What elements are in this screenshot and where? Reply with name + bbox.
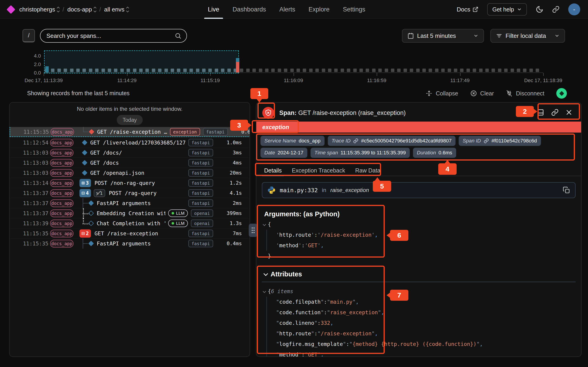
- link-icon: [551, 109, 559, 116]
- filter-dropdown[interactable]: Filter local data: [490, 29, 565, 43]
- row-right: fastapi4.1s: [188, 189, 242, 197]
- today-pill[interactable]: Today: [117, 115, 143, 125]
- trace-row[interactable]: 11:13:37docs_appFastAPI argumentsfastapi…: [10, 198, 250, 208]
- trace-row[interactable]: 11:13:03docs_appGET /docs/fastapi3ms: [10, 148, 250, 158]
- theme-toggle-button[interactable]: [536, 6, 544, 13]
- row-duration: 1.0ms: [216, 140, 242, 145]
- baseline-tick: [322, 69, 325, 72]
- chevron-down-icon[interactable]: [263, 290, 266, 293]
- x-axis-tickmark: [543, 73, 544, 76]
- trace-row[interactable]: 11:13:03docs_appGET /openapi.jsonfastapi…: [10, 168, 250, 178]
- child-count-badge[interactable]: ⊟2: [79, 229, 91, 238]
- tree-connector: [80, 127, 90, 137]
- docs-link[interactable]: Docs: [457, 6, 478, 13]
- tag-badge: fastapi: [188, 179, 213, 187]
- org-selector[interactable]: christophergs: [19, 6, 59, 13]
- baseline-tick: [315, 69, 319, 72]
- baseline-tick: [284, 69, 287, 72]
- nav-tab-alerts[interactable]: Alerts: [279, 0, 295, 19]
- env-selector[interactable]: all envs: [104, 6, 129, 13]
- baseline-tick: [328, 69, 331, 72]
- copy-span-link-button[interactable]: [551, 109, 559, 116]
- collapse-button[interactable]: Collapse: [426, 90, 458, 97]
- project-selector[interactable]: docs-app: [67, 6, 96, 13]
- get-help-button[interactable]: Get help: [487, 3, 527, 16]
- meta-value: #c5ec5005042796e91d5db42ca9fd9807: [361, 138, 451, 144]
- share-link-button[interactable]: [552, 6, 560, 13]
- tag-badge: fastapi: [188, 169, 213, 177]
- baseline-tick: [309, 69, 313, 72]
- attributes-code: { 6 items"code.filepath": "main.py","cod…: [263, 286, 576, 357]
- chart-bar[interactable]: [236, 58, 239, 73]
- disconnect-button[interactable]: Disconnect: [506, 90, 544, 97]
- trace-row[interactable]: 11:15:35docs_app⊟2GET /raise-exceptionfa…: [10, 228, 250, 238]
- x-axis-tick: Dec 17, 11:18:39: [524, 77, 562, 83]
- meta-pill-span-id[interactable]: Span ID#f0110e542c798c6d: [459, 136, 541, 146]
- service-badge: docs_app: [50, 209, 73, 217]
- clear-icon: [470, 90, 477, 97]
- clear-button[interactable]: Clear: [470, 90, 494, 97]
- time-range-dropdown[interactable]: Last 5 minutes: [402, 29, 484, 43]
- detail-tab-details[interactable]: Details: [264, 165, 282, 176]
- nav-tab-live[interactable]: Live: [208, 0, 219, 19]
- chart-bar[interactable]: [45, 66, 49, 73]
- top-nav: christophergs / docs-app / all envs Live…: [0, 0, 588, 19]
- span-diamond-icon: [82, 150, 87, 155]
- trace-row[interactable]: 11:13:37docs_app⊟4✎1POST /rag-queryfasta…: [10, 188, 250, 198]
- child-count-badge[interactable]: ⊞3: [79, 179, 91, 187]
- row-time: 11:13:03: [23, 170, 50, 176]
- panel-layout-icon: [537, 109, 544, 116]
- trace-row[interactable]: 11:15:35docs_appGET /raise-exception …ex…: [10, 127, 250, 137]
- baseline-tick: [429, 69, 432, 72]
- row-time: 11:13:03: [23, 150, 50, 156]
- avatar[interactable]: -: [568, 3, 580, 15]
- grip-dots-icon: [251, 226, 255, 234]
- row-time: 11:15:35: [23, 231, 50, 236]
- panel-resize-handle[interactable]: [249, 224, 258, 237]
- copy-code-location-button[interactable]: [563, 186, 570, 194]
- search-input[interactable]: [46, 32, 174, 40]
- chart-selection[interactable]: [44, 50, 239, 73]
- service-badge: docs_app: [50, 149, 73, 157]
- row-time: 11:13:03: [23, 160, 50, 166]
- row-duration: 1.3s: [216, 220, 242, 226]
- attributes-heading[interactable]: Attributes: [264, 270, 302, 278]
- row-right: fastapi1.2s: [188, 179, 242, 187]
- span-diamond-icon: [82, 160, 87, 165]
- row-duration: 399ms: [216, 210, 242, 216]
- nav-tab-settings[interactable]: Settings: [343, 0, 365, 19]
- meta-value: 0.6ms: [439, 150, 452, 156]
- child-count-badge[interactable]: ⊟4: [79, 189, 91, 197]
- row-duration: 1.2s: [216, 180, 242, 186]
- trace-row[interactable]: 11:13:37docs_appEmbedding Creation wit…L…: [10, 208, 250, 218]
- trace-rows: 11:12:50docs_appGET /livereload/12703636…: [10, 127, 250, 248]
- close-panel-button[interactable]: [565, 109, 572, 116]
- baseline-tick: [341, 69, 344, 72]
- trace-row[interactable]: 11:15:35docs_appFastAPI argumentsfastapi…: [10, 238, 250, 248]
- baseline-tick: [467, 69, 470, 72]
- tree-connector: [79, 239, 89, 249]
- code-line: 'method': 'GET',: [263, 240, 576, 251]
- baseline-tick: [492, 69, 495, 72]
- trace-row[interactable]: 11:13:39docs_appChat Completion with '…L…: [10, 218, 250, 228]
- arguments-code: {'http.route': '/raise-exception','metho…: [263, 219, 576, 261]
- nav-tab-explore[interactable]: Explore: [309, 0, 330, 19]
- dock-panel-button[interactable]: [537, 109, 544, 116]
- span-count-chart[interactable]: 4.02.00.0Dec 17, 11:13:3911:14:2911:15:1…: [44, 51, 543, 73]
- chevron-down-icon[interactable]: [263, 223, 266, 226]
- trace-row[interactable]: 11:12:54docs_appGET /livereload/12703636…: [10, 137, 250, 148]
- logfire-logo-icon[interactable]: [6, 5, 15, 14]
- detail-tab-raw-data[interactable]: Raw Data: [355, 165, 380, 176]
- trace-row[interactable]: 11:13:14docs_app⊞3POST /non-rag-queryfas…: [10, 178, 250, 188]
- meta-pill-trace-id[interactable]: Trace ID#c5ec5005042796e91d5db42ca9fd980…: [328, 136, 456, 146]
- trace-row[interactable]: 11:13:03docs_appGET /docsfastapi4ms: [10, 158, 250, 168]
- meta-pill-duration: Duration0.6ms: [413, 148, 456, 158]
- service-badge: docs_app: [50, 189, 73, 197]
- breadcrumb-separator: /: [99, 6, 101, 13]
- baseline-tick: [296, 69, 300, 72]
- nav-tab-dashboards[interactable]: Dashboards: [233, 0, 266, 19]
- tag-badge: fastapi: [188, 199, 213, 207]
- detail-tab-exception-traceback[interactable]: Exception Traceback: [292, 165, 345, 176]
- span-name: GET /raise-exception: [95, 231, 186, 236]
- exception-badge: exception: [170, 128, 200, 135]
